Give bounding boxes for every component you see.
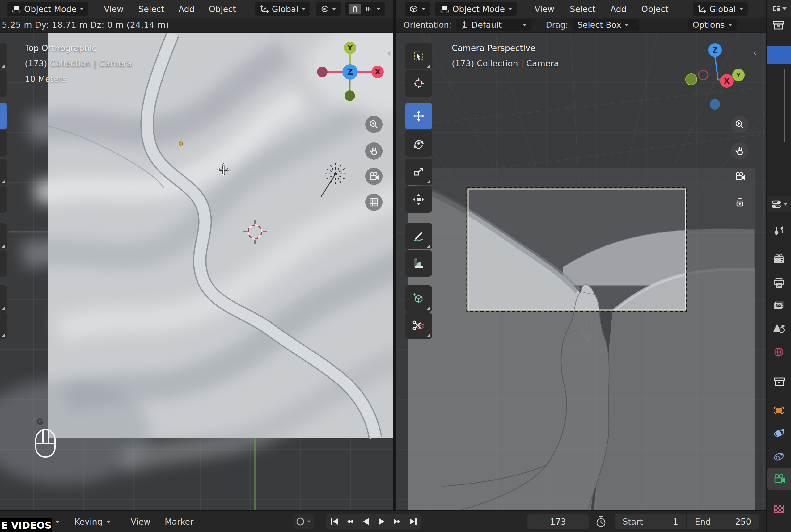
menu-select[interactable]: Select — [139, 4, 164, 14]
orientation-dropdown[interactable]: Default — [456, 19, 531, 31]
tool-add-cube[interactable] — [405, 285, 432, 312]
transform-orientation-dropdown[interactable]: Global — [693, 2, 748, 16]
frame-end-field[interactable]: End 250 — [687, 514, 759, 529]
tool-transform[interactable] — [405, 186, 432, 213]
orientation-axes-icon — [260, 4, 269, 14]
tool-tweak-select[interactable] — [405, 43, 432, 70]
timeline-menu-keying[interactable]: Keying — [74, 511, 111, 532]
menu-add[interactable]: Add — [178, 4, 194, 14]
svg-text:Y: Y — [736, 71, 741, 79]
tool-measure-left[interactable] — [0, 250, 7, 277]
tool-rotate[interactable] — [405, 130, 432, 156]
tool-move[interactable] — [405, 103, 432, 129]
jump-to-start-button[interactable] — [326, 514, 342, 529]
tool-cursor-left[interactable] — [0, 70, 7, 97]
tool-scale[interactable] — [405, 159, 432, 185]
chevron-down-icon — [55, 520, 60, 523]
tool-annotate-left[interactable] — [0, 223, 7, 249]
outliner-scrollbar[interactable] — [784, 70, 785, 142]
tool-move-left[interactable] — [0, 103, 7, 129]
transform-orientation-dropdown[interactable]: Global — [255, 2, 310, 16]
pan-hand-button[interactable] — [365, 142, 383, 159]
outliner-selected-row[interactable] — [767, 46, 791, 64]
menu-object[interactable]: Object — [209, 4, 236, 14]
tab-world[interactable] — [767, 341, 791, 363]
tool-tweak-select-left[interactable] — [0, 43, 7, 70]
tab-scene[interactable] — [767, 318, 791, 340]
end-label: End — [695, 517, 711, 527]
tab-constraints[interactable] — [767, 445, 791, 468]
right-column — [766, 0, 791, 532]
tool-scale-left[interactable] — [0, 159, 7, 185]
prev-keyframe-button[interactable] — [342, 514, 358, 529]
menu-add[interactable]: Add — [610, 4, 626, 14]
drag-dropdown[interactable]: Select Box — [573, 19, 639, 31]
tab-texture[interactable] — [767, 498, 791, 520]
tab-object[interactable] — [767, 399, 791, 421]
menu-object[interactable]: Object — [641, 4, 669, 14]
current-frame-field[interactable]: 173 — [527, 514, 589, 529]
camera-lock-button[interactable] — [731, 194, 748, 211]
tool-transform-left[interactable] — [0, 186, 7, 213]
tab-tool[interactable] — [767, 220, 791, 242]
tool-annotate[interactable] — [405, 223, 432, 249]
tool-add-cube-left[interactable] — [0, 285, 7, 312]
svg-text:Y: Y — [347, 44, 353, 52]
timeline-menu-marker[interactable]: Marker — [165, 511, 194, 532]
properties-editor-header[interactable] — [767, 196, 791, 212]
tab-physics[interactable] — [767, 422, 791, 444]
chevron-down-icon — [421, 8, 426, 10]
tool-measure[interactable] — [405, 250, 432, 277]
mode-dropdown[interactable]: Object Mode — [435, 2, 517, 16]
tab-collection[interactable] — [767, 370, 791, 393]
tab-object-data-camera[interactable] — [767, 468, 791, 490]
play-reverse-button[interactable] — [358, 514, 373, 529]
tab-render[interactable] — [767, 248, 791, 270]
axis-x-neg — [699, 70, 708, 80]
tab-output[interactable] — [767, 272, 791, 294]
object-mode-icon — [439, 4, 449, 14]
pan-hand-button[interactable] — [731, 142, 748, 159]
editor-type-dropdown[interactable] — [405, 2, 430, 16]
chevron-down-icon — [301, 8, 306, 10]
zoom-button[interactable] — [365, 116, 383, 133]
menu-view[interactable]: View — [104, 4, 124, 14]
orientation-gizmo-icon — [460, 21, 468, 29]
viewport-top-ortho[interactable]: Top Orthographic (173) Collection | Came… — [0, 33, 393, 510]
frame-start-field[interactable]: Start 1 — [614, 514, 686, 529]
tool-scissors[interactable] — [405, 312, 432, 339]
tool-rotate-left[interactable] — [0, 130, 7, 156]
mode-dropdown[interactable]: Object Mode — [7, 2, 88, 16]
viewport-camera-persp[interactable]: Camera Perspective (173) Collection | Ca… — [396, 33, 766, 510]
camera-view-button[interactable] — [365, 168, 383, 185]
next-keyframe-button[interactable] — [389, 514, 405, 529]
sidebar-collapse-chevron[interactable]: ‹ — [387, 47, 391, 58]
svg-text:Z: Z — [712, 46, 717, 55]
options-dropdown[interactable]: Options — [688, 19, 736, 31]
stopwatch-icon — [594, 514, 608, 529]
tab-view-layer[interactable] — [767, 294, 791, 317]
chevron-down-icon — [508, 8, 512, 10]
outliner-header[interactable] — [767, 0, 791, 17]
timeline-menu-view[interactable]: View — [131, 511, 150, 532]
drag-label: Drag: — [546, 20, 568, 30]
jump-to-end-button[interactable] — [405, 514, 421, 529]
pivot-point-dropdown[interactable] — [316, 2, 341, 16]
menu-view[interactable]: View — [535, 4, 554, 14]
axis-gizmo[interactable]: Y X Z — [680, 40, 754, 111]
snap-toggle[interactable] — [349, 4, 361, 14]
outliner-editor-icon — [772, 4, 781, 13]
play-button[interactable] — [373, 514, 389, 529]
tool-cursor[interactable] — [405, 70, 432, 97]
viewport-divider[interactable] — [393, 0, 396, 510]
snap-controls[interactable] — [345, 2, 385, 16]
grid-ortho-button[interactable] — [365, 194, 383, 211]
sidebar-collapse-chevron[interactable]: ‹ — [753, 47, 757, 58]
tool-scissors-left[interactable] — [0, 312, 7, 339]
axis-gizmo[interactable]: Y X Z — [315, 40, 386, 108]
auto-keying-button[interactable] — [293, 514, 314, 529]
zoom-button[interactable] — [731, 116, 748, 133]
menu-select[interactable]: Select — [570, 4, 595, 14]
scene-collection-icon[interactable] — [772, 19, 786, 32]
camera-view-button[interactable] — [731, 168, 748, 185]
